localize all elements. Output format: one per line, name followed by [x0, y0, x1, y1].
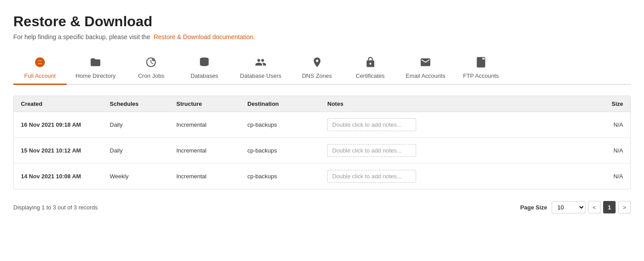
cell-created-2: 14 Nov 2021 10:08 AM: [14, 164, 103, 189]
ftp-icon: [475, 56, 487, 70]
tab-databases-label: Databases: [191, 72, 218, 79]
table-row: 15 Nov 2021 10:12 AM Daily Incremental c…: [14, 138, 630, 164]
col-header-notes: Notes: [320, 96, 595, 112]
page-title: Restore & Download: [13, 13, 631, 30]
cell-created-0: 16 Nov 2021 09:18 AM: [14, 112, 103, 138]
tab-cron-jobs-label: Cron Jobs: [138, 72, 164, 79]
cert-icon: [365, 56, 376, 70]
tab-databases[interactable]: Databases: [178, 51, 231, 85]
cell-structure-1: Incremental: [169, 138, 240, 164]
displaying-text: Displaying 1 to 3 out of 3 records: [13, 204, 98, 211]
email-icon: [420, 56, 431, 70]
dns-icon: [311, 56, 323, 70]
tab-full-account-label: Full Account: [24, 72, 56, 79]
page-wrapper: Restore & Download For help finding a sp…: [0, 0, 644, 261]
tab-database-users[interactable]: Database Users: [231, 51, 290, 85]
database-icon: [199, 56, 210, 70]
table-row: 16 Nov 2021 09:18 AM Daily Incremental c…: [14, 112, 630, 138]
tab-home-directory[interactable]: Home Directory: [67, 51, 124, 85]
tab-full-account[interactable]: Full Account: [13, 51, 67, 85]
folder-icon: [90, 56, 101, 70]
tab-home-directory-label: Home Directory: [76, 72, 115, 79]
page-size-select[interactable]: 10 25 50 100: [552, 201, 585, 213]
notes-field-2[interactable]: Double click to add notes...: [327, 170, 416, 183]
cell-size-0: N/A: [595, 112, 630, 138]
tab-ftp-accounts-label: FTP Accounts: [463, 72, 499, 79]
tab-email-accounts[interactable]: Email Accounts: [397, 51, 454, 85]
cell-size-1: N/A: [595, 138, 630, 164]
col-header-created: Created: [14, 96, 103, 112]
subtitle-text: For help finding a specific backup, plea…: [13, 33, 150, 40]
backup-table: Created Schedules Structure Destination …: [14, 96, 630, 189]
table-body: 16 Nov 2021 09:18 AM Daily Incremental c…: [14, 112, 630, 189]
table-row: 14 Nov 2021 10:08 AM Weekly Incremental …: [14, 164, 630, 189]
notes-field-1[interactable]: Double click to add notes...: [327, 144, 416, 157]
next-page-button[interactable]: >: [618, 201, 631, 213]
cell-destination-2: cp-backups: [240, 164, 320, 189]
cell-structure-0: Incremental: [169, 112, 240, 138]
tab-ftp-accounts[interactable]: FTP Accounts: [454, 51, 508, 85]
cell-notes-0[interactable]: Double click to add notes...: [320, 112, 595, 138]
docs-link[interactable]: Restore & Download documentation.: [154, 33, 255, 40]
cell-destination-1: cp-backups: [240, 138, 320, 164]
cell-schedules-2: Weekly: [103, 164, 169, 189]
backup-table-wrapper: Created Schedules Structure Destination …: [13, 96, 631, 189]
pagination-controls: Page Size 10 25 50 100 < 1 >: [520, 201, 631, 213]
tab-database-users-label: Database Users: [240, 72, 281, 79]
col-header-schedules: Schedules: [103, 96, 169, 112]
tab-certificates[interactable]: Certificates: [344, 51, 397, 85]
tab-cron-jobs[interactable]: + Cron Jobs: [124, 51, 178, 85]
prev-page-button[interactable]: <: [588, 201, 600, 213]
tabs-container: Full Account Home Directory + Cron Jobs …: [13, 51, 631, 85]
cell-created-1: 15 Nov 2021 10:12 AM: [14, 138, 103, 164]
page-size-label: Page Size: [520, 204, 547, 211]
tab-dns-zones-label: DNS Zones: [302, 72, 332, 79]
tab-certificates-label: Certificates: [356, 72, 385, 79]
tab-dns-zones[interactable]: DNS Zones: [290, 51, 344, 85]
table-footer: Displaying 1 to 3 out of 3 records Page …: [13, 197, 631, 213]
cell-notes-1[interactable]: Double click to add notes...: [320, 138, 595, 164]
page-subtitle: For help finding a specific backup, plea…: [13, 33, 631, 40]
cell-schedules-1: Daily: [103, 138, 169, 164]
tab-email-accounts-label: Email Accounts: [406, 72, 445, 79]
cell-destination-0: cp-backups: [240, 112, 320, 138]
current-page-indicator: 1: [603, 201, 616, 213]
cell-structure-2: Incremental: [169, 164, 240, 189]
full-account-icon: [34, 56, 46, 70]
cell-notes-2[interactable]: Double click to add notes...: [320, 164, 595, 189]
table-header-row: Created Schedules Structure Destination …: [14, 96, 630, 112]
col-header-size: Size: [595, 96, 630, 112]
cell-size-2: N/A: [595, 164, 630, 189]
cron-icon: +: [145, 56, 157, 70]
db-users-icon: [255, 56, 266, 70]
col-header-structure: Structure: [169, 96, 240, 112]
cell-schedules-0: Daily: [103, 112, 169, 138]
col-header-destination: Destination: [240, 96, 320, 112]
notes-field-0[interactable]: Double click to add notes...: [327, 118, 416, 131]
